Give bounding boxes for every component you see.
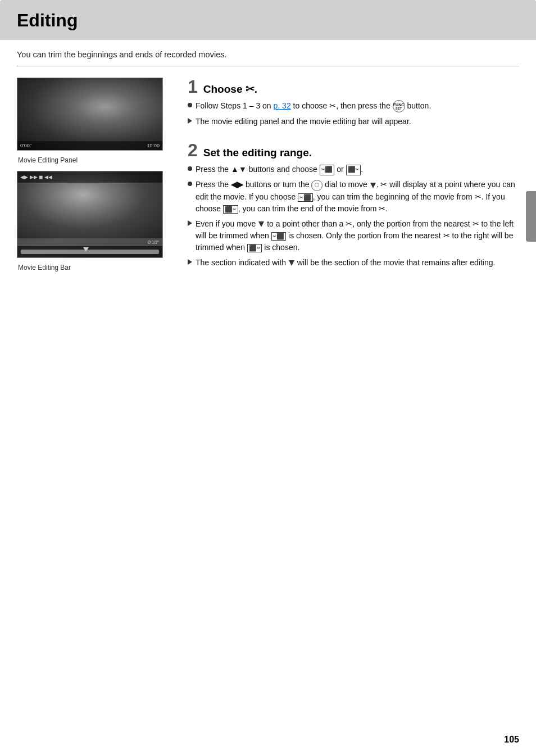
trim-start-inline: ✂⬛	[298, 193, 313, 202]
step-2-title: Set the editing range.	[203, 147, 312, 159]
editing-bar	[21, 250, 159, 254]
right-column: 1 Choose ✂. Follow Steps 1 – 3 on p. 32 …	[188, 78, 519, 282]
bullet-triangle-2	[188, 220, 192, 226]
step-2-header: 2 Set the editing range.	[188, 141, 519, 159]
time-bar: 0'00" 10:00	[17, 141, 162, 150]
marker-icon-2	[258, 221, 264, 227]
header-section: Editing	[0, 0, 536, 40]
func-button-icon: FUNCSET	[393, 100, 405, 112]
trim-end-inline2: ⬛✂	[247, 244, 262, 252]
bullet-circle-1	[188, 103, 192, 107]
bottom-image-controls: ◀▶ ▶▶ ◼ ◀◀	[17, 171, 162, 183]
camera-image-top: ▶ ▶▶ ◼ ◀◀ ▶▶ ✂ 0'00" 10:00	[17, 78, 162, 150]
side-tab	[526, 191, 536, 242]
trim-start-inline2: ✂⬛	[271, 232, 287, 241]
step-1-title: Choose ✂.	[203, 83, 257, 96]
trim-end-icon: ⬛✂	[346, 165, 361, 175]
bullet-circle-2	[188, 166, 192, 171]
bottom-ctrl-icons: ◀▶ ▶▶ ◼ ◀◀	[20, 174, 52, 180]
step-2-bullet-4: The section indicated with will be the s…	[188, 257, 519, 269]
editing-marker	[83, 247, 89, 252]
time-end: 10:00	[147, 143, 160, 148]
step-2-bullet-2-text: Press the ◀▶ buttons or turn the ◯ dial …	[196, 179, 519, 214]
camera-image-bottom: ◀▶ ▶▶ ◼ ◀◀ 0'10"	[17, 171, 162, 257]
step-2-bullet-1: Press the ▲▼ buttons and choose ✂⬛ or ⬛✂…	[188, 164, 519, 175]
dog-photo-top	[17, 78, 162, 150]
bullet-circle-3	[188, 182, 192, 186]
page-container: Editing You can trim the beginnings and …	[0, 0, 536, 756]
link-p32[interactable]: p. 32	[274, 101, 291, 110]
step-1-content: Follow Steps 1 – 3 on p. 32 to choose ✂,…	[188, 100, 519, 128]
step-2-bullet-3: Even if you move to a point other than a…	[188, 218, 519, 253]
trim-end-inline: ⬛✂	[223, 205, 238, 214]
step-2-content: Press the ▲▼ buttons and choose ✂⬛ or ⬛✂…	[188, 164, 519, 268]
editing-bar-row	[17, 246, 162, 257]
dial-icon: ◯	[311, 180, 322, 191]
step-2-bullet-3-text: Even if you move to a point other than a…	[196, 218, 519, 253]
time-display-bottom: 0'10"	[148, 239, 159, 245]
trim-start-icon: ✂⬛	[320, 165, 335, 175]
step-2-bullet-2: Press the ◀▶ buttons or turn the ◯ dial …	[188, 179, 519, 214]
marker-icon-1	[370, 183, 376, 188]
main-content: ▶ ▶▶ ◼ ◀◀ ▶▶ ✂ 0'00" 10:00	[0, 66, 536, 293]
bullet-triangle-3	[188, 259, 192, 265]
movie-editing-panel-label: Movie Editing Panel	[17, 156, 174, 164]
step-2-number: 2	[188, 141, 198, 159]
step-1-bullet-1: Follow Steps 1 – 3 on p. 32 to choose ✂,…	[188, 100, 519, 112]
intro-text: You can trim the beginnings and ends of …	[0, 40, 536, 66]
left-column: ▶ ▶▶ ◼ ◀◀ ▶▶ ✂ 0'00" 10:00	[17, 78, 174, 282]
bullet-triangle-1	[188, 118, 192, 124]
step-1-header: 1 Choose ✂.	[188, 78, 519, 96]
page-title: Editing	[17, 10, 78, 30]
marker-icon-3	[289, 260, 294, 266]
page-number: 105	[504, 735, 519, 745]
step-1-block: 1 Choose ✂. Follow Steps 1 – 3 on p. 32 …	[188, 78, 519, 131]
step-1-number: 1	[188, 78, 198, 96]
step-2-bullet-1-text: Press the ▲▼ buttons and choose ✂⬛ or ⬛✂…	[196, 164, 519, 175]
step-2-block: 2 Set the editing range. Press the ▲▼ bu…	[188, 141, 519, 271]
movie-editing-bar-label: Movie Editing Bar	[17, 264, 174, 271]
step-1-bullet-2: The movie editing panel and the movie ed…	[188, 116, 519, 128]
movie-editing-bar-image: ◀▶ ▶▶ ◼ ◀◀ 0'10"	[17, 171, 163, 258]
step-1-bullet-1-text: Follow Steps 1 – 3 on p. 32 to choose ✂,…	[196, 100, 519, 112]
time-start: 0'00"	[20, 143, 31, 148]
movie-preview-image: ▶ ▶▶ ◼ ◀◀ ▶▶ ✂ 0'00" 10:00	[17, 78, 163, 151]
step-2-bullet-4-text: The section indicated with will be the s…	[196, 257, 519, 269]
step-1-bullet-2-text: The movie editing panel and the movie ed…	[196, 116, 519, 128]
